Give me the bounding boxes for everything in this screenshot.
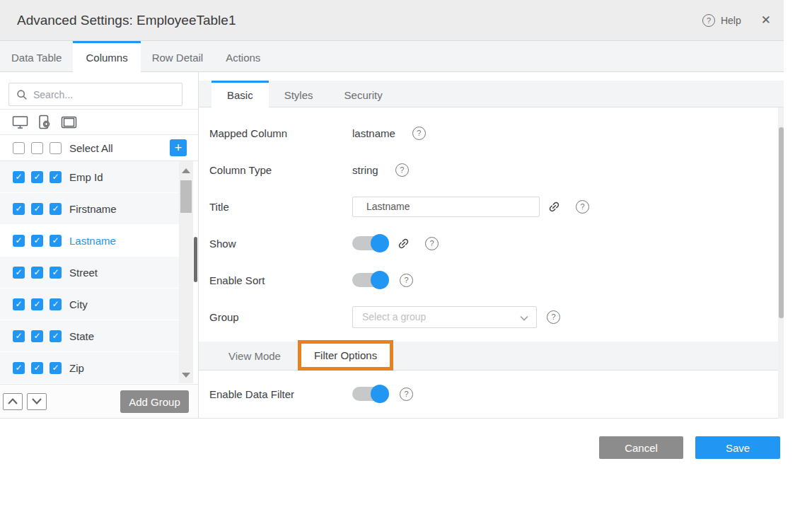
tab-actions[interactable]: Actions xyxy=(214,41,272,71)
phone-checkbox[interactable] xyxy=(31,171,43,183)
tab-row-detail[interactable]: Row Detail xyxy=(141,41,215,71)
save-button[interactable]: Save xyxy=(695,436,780,459)
enable-data-filter-toggle[interactable] xyxy=(352,385,389,403)
phone-checkbox[interactable] xyxy=(31,203,43,215)
tablet-checkbox[interactable] xyxy=(50,267,62,279)
search-icon xyxy=(16,89,28,100)
group-select[interactable]: Select a group xyxy=(352,306,537,328)
phone-icon[interactable] xyxy=(37,115,52,129)
tab-security[interactable]: Security xyxy=(329,81,398,107)
close-icon[interactable]: ✕ xyxy=(761,14,771,26)
tab-data-table[interactable]: Data Table xyxy=(0,41,73,71)
scroll-up-icon[interactable] xyxy=(182,168,190,173)
tab-styles[interactable]: Styles xyxy=(269,81,329,107)
column-label: Zip xyxy=(69,362,84,374)
settings-tabbar: Basic Styles Security xyxy=(199,81,784,107)
columns-sidebar: Select All + Emp Id Firstname xyxy=(0,72,199,418)
field-label: Title xyxy=(209,201,352,213)
phone-checkbox[interactable] xyxy=(31,298,43,310)
column-row-zip[interactable]: Zip xyxy=(0,352,179,384)
advanced-settings-dialog: Advanced Settings: EmployeeTable1 ? Help… xyxy=(0,0,784,419)
sidebar-scrollbar-thumb[interactable] xyxy=(194,237,197,282)
desktop-checkbox[interactable] xyxy=(13,171,25,183)
search-area xyxy=(0,72,198,110)
list-scrollbar-thumb[interactable] xyxy=(180,180,192,213)
tablet-checkbox[interactable] xyxy=(50,235,62,247)
action-buttons: Cancel Save xyxy=(0,436,780,459)
list-scrollbar[interactable] xyxy=(179,161,193,383)
screen: Advanced Settings: EmployeeTable1 ? Help… xyxy=(0,0,812,507)
help-button[interactable]: ? Help xyxy=(702,14,741,27)
column-row-lastname[interactable]: Lastname xyxy=(0,225,179,257)
tablet-checkbox[interactable] xyxy=(50,203,62,215)
device-toggle-row xyxy=(0,110,198,135)
desktop-checkbox[interactable] xyxy=(13,298,25,310)
column-label: Emp Id xyxy=(69,171,103,183)
filter-tabbar: View Mode Filter Options xyxy=(199,342,784,371)
tab-basic[interactable]: Basic xyxy=(211,81,269,107)
select-all-desktop-checkbox[interactable] xyxy=(13,142,25,154)
help-icon[interactable]: ? xyxy=(547,310,560,324)
field-enable-data-filter: Enable Data Filter ? xyxy=(199,371,784,417)
help-icon: ? xyxy=(702,14,715,27)
add-group-button[interactable]: Add Group xyxy=(120,390,189,413)
tablet-icon[interactable] xyxy=(61,116,77,129)
add-column-button[interactable]: + xyxy=(170,139,187,156)
field-group: Group Select a group ? xyxy=(199,298,784,335)
basic-fields: Mapped Column lastname ? Column Type str… xyxy=(199,107,784,335)
cancel-button[interactable]: Cancel xyxy=(599,436,683,459)
field-label: Column Type xyxy=(209,164,352,176)
tablet-checkbox[interactable] xyxy=(50,330,62,342)
column-label: Street xyxy=(69,267,98,279)
title-input[interactable] xyxy=(352,197,540,217)
column-row-city[interactable]: City xyxy=(0,289,179,320)
help-icon[interactable]: ? xyxy=(576,200,589,214)
field-column-type: Column Type string ? xyxy=(199,151,784,188)
chevron-down-icon xyxy=(520,315,528,321)
tablet-checkbox[interactable] xyxy=(50,362,62,374)
help-icon[interactable]: ? xyxy=(400,274,413,287)
enable-sort-toggle[interactable] xyxy=(352,271,389,289)
show-toggle[interactable] xyxy=(352,234,389,252)
desktop-checkbox[interactable] xyxy=(13,203,25,215)
column-list: Emp Id Firstname Lastname xyxy=(0,161,198,384)
dialog-title: Advanced Settings: EmployeeTable1 xyxy=(17,13,702,28)
phone-checkbox[interactable] xyxy=(31,362,43,374)
phone-checkbox[interactable] xyxy=(31,267,43,279)
sidebar-footer: Add Group xyxy=(0,384,198,418)
move-up-button[interactable] xyxy=(3,393,23,410)
tab-columns[interactable]: Columns xyxy=(73,41,140,72)
desktop-checkbox[interactable] xyxy=(13,235,25,247)
select-all-tablet-checkbox[interactable] xyxy=(50,142,62,154)
column-row-state[interactable]: State xyxy=(0,320,179,352)
tab-view-mode[interactable]: View Mode xyxy=(211,342,298,370)
main-scrollbar-thumb[interactable] xyxy=(779,127,784,318)
column-row-emp-id[interactable]: Emp Id xyxy=(0,161,179,193)
desktop-checkbox[interactable] xyxy=(13,330,25,342)
dialog-tabbar: Data Table Columns Row Detail Actions xyxy=(0,41,784,72)
phone-checkbox[interactable] xyxy=(31,235,43,247)
link-icon[interactable] xyxy=(397,237,410,250)
column-row-street[interactable]: Street xyxy=(0,257,179,289)
desktop-checkbox[interactable] xyxy=(13,362,25,374)
column-label: Lastname xyxy=(69,235,116,247)
desktop-icon[interactable] xyxy=(12,115,28,129)
search-input[interactable] xyxy=(33,89,175,100)
help-icon[interactable]: ? xyxy=(412,127,426,140)
link-icon[interactable] xyxy=(547,200,561,214)
desktop-checkbox[interactable] xyxy=(13,267,25,279)
column-label: State xyxy=(69,330,94,342)
help-icon[interactable]: ? xyxy=(395,163,409,177)
select-all-phone-checkbox[interactable] xyxy=(31,142,43,154)
dialog-content: Select All + Emp Id Firstname xyxy=(0,72,784,419)
tab-filter-options[interactable]: Filter Options xyxy=(298,340,393,371)
tablet-checkbox[interactable] xyxy=(50,171,62,183)
move-down-button[interactable] xyxy=(27,393,47,410)
help-icon[interactable]: ? xyxy=(400,387,413,401)
help-icon[interactable]: ? xyxy=(425,237,439,250)
tablet-checkbox[interactable] xyxy=(50,298,62,310)
column-row-firstname[interactable]: Firstname xyxy=(0,193,179,225)
scroll-down-icon[interactable] xyxy=(182,373,190,378)
phone-checkbox[interactable] xyxy=(31,330,43,342)
main-scrollbar[interactable] xyxy=(778,107,784,419)
